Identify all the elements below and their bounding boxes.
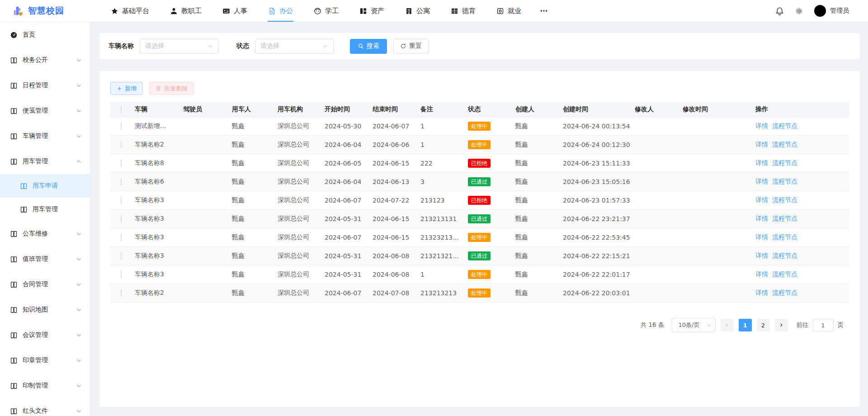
row-checkbox[interactable]: [121, 197, 122, 204]
action-link[interactable]: 流程节点: [772, 122, 797, 130]
topnav-item[interactable]: 办公: [258, 0, 303, 22]
next-page-button[interactable]: [775, 319, 788, 331]
sidebar-subitem[interactable]: 用车申请: [0, 174, 90, 198]
cell-user: 甄鑫: [232, 233, 278, 241]
action-link[interactable]: 详情: [755, 233, 768, 241]
topnav-item[interactable]: 学工: [303, 0, 349, 22]
action-link[interactable]: 流程节点: [772, 215, 797, 223]
row-checkbox[interactable]: [121, 123, 122, 130]
action-link[interactable]: 流程节点: [772, 196, 797, 204]
action-link[interactable]: 详情: [755, 141, 768, 149]
sidebar-item-label: 首页: [23, 31, 82, 39]
action-link[interactable]: 流程节点: [772, 178, 797, 186]
action-link[interactable]: 详情: [755, 289, 768, 297]
book-icon: [10, 82, 18, 90]
action-link[interactable]: 流程节点: [772, 233, 797, 241]
action-link[interactable]: 详情: [755, 159, 768, 167]
sidebar-item[interactable]: 校务公开: [0, 47, 90, 73]
status-badge: 已拒绝: [468, 159, 491, 168]
prev-page-button[interactable]: [721, 319, 734, 331]
column-header: 结束时间: [373, 105, 420, 113]
batch-delete-button[interactable]: 批量删除: [149, 82, 194, 95]
book-icon: [10, 281, 18, 288]
sidebar-item[interactable]: 便笺管理: [0, 98, 90, 123]
grid-icon: [451, 7, 458, 15]
topnav-item[interactable]: 人事: [212, 0, 258, 22]
cell-created_at: 2024-06-22 22:01:17: [563, 271, 635, 278]
sidebar-item[interactable]: 用车管理: [0, 149, 90, 174]
table-row: 车辆名称6甄鑫深圳总公司2024-06-042024-06-133已通过甄鑫20…: [110, 173, 849, 191]
action-link[interactable]: 详情: [755, 122, 768, 130]
cell-creator: 甄鑫: [515, 159, 563, 167]
sidebar-item[interactable]: 印章管理: [0, 348, 90, 373]
sidebar-item[interactable]: 会议管理: [0, 322, 90, 348]
cell-user: 甄鑫: [232, 215, 278, 223]
select-all-checkbox[interactable]: [121, 106, 122, 113]
column-header: 状态: [468, 105, 515, 113]
topnav-item[interactable]: 德育: [440, 0, 486, 22]
row-checkbox[interactable]: [121, 289, 122, 297]
add-button[interactable]: 新增: [110, 82, 143, 95]
row-checkbox-cell: [110, 141, 135, 148]
chevron-down-icon: [76, 383, 82, 389]
sidebar-item[interactable]: 车辆管理: [0, 123, 90, 149]
action-link[interactable]: 流程节点: [772, 159, 797, 167]
row-checkbox[interactable]: [121, 141, 122, 148]
sidebar-item[interactable]: 首页: [0, 22, 90, 47]
topnav-item[interactable]: 教职工: [160, 0, 212, 22]
topnav-item[interactable]: 公寓: [395, 0, 440, 22]
action-link[interactable]: 详情: [755, 215, 768, 223]
settings-gear-icon[interactable]: [795, 7, 803, 15]
sidebar-item[interactable]: 合同管理: [0, 272, 90, 297]
topnav-item-label: 学工: [325, 7, 339, 15]
column-header: 创建人: [515, 105, 563, 113]
book-icon: [10, 407, 18, 415]
row-checkbox[interactable]: [121, 215, 122, 222]
app-logo[interactable]: 智慧校园: [0, 5, 90, 17]
sidebar-item[interactable]: 值班管理: [0, 246, 90, 272]
page-jump-input[interactable]: [813, 319, 834, 331]
page-button[interactable]: 2: [757, 319, 770, 331]
sidebar-item[interactable]: 知识地图: [0, 297, 90, 322]
sidebar-item[interactable]: 印制管理: [0, 373, 90, 398]
sidebar-item[interactable]: 日程管理: [0, 73, 90, 98]
action-link[interactable]: 流程节点: [772, 289, 797, 297]
cell-org: 深圳总公司: [278, 233, 325, 241]
sidebar-subitem[interactable]: 用车管理: [0, 198, 90, 221]
page-size-select[interactable]: 10条/页: [672, 318, 716, 332]
topnav-item[interactable]: 资产: [349, 0, 395, 22]
row-checkbox[interactable]: [121, 160, 122, 167]
sidebar-item[interactable]: 红头文件: [0, 398, 90, 416]
topnav-more-button[interactable]: [532, 7, 556, 15]
search-button[interactable]: 搜索: [350, 39, 387, 54]
book-icon: [10, 230, 18, 238]
filter-label: 车辆名称: [108, 42, 134, 50]
notification-bell-icon[interactable]: [775, 7, 784, 15]
action-link[interactable]: 详情: [755, 178, 768, 186]
topnav-item[interactable]: 基础平台: [100, 0, 160, 22]
row-checkbox[interactable]: [121, 271, 122, 278]
row-checkbox[interactable]: [121, 234, 122, 241]
filter-select[interactable]: 请选择: [140, 39, 218, 54]
action-link[interactable]: 详情: [755, 252, 768, 260]
cell-start_date: 2024-05-30: [325, 123, 373, 130]
action-link[interactable]: 流程节点: [772, 270, 797, 279]
user-menu[interactable]: 管理员: [814, 5, 849, 17]
page-button[interactable]: 1: [739, 319, 752, 331]
action-link[interactable]: 详情: [755, 196, 768, 204]
topnav-item[interactable]: 就业: [486, 0, 532, 22]
cell-org: 深圳总公司: [278, 252, 325, 260]
reset-button[interactable]: 重置: [393, 39, 429, 54]
table-row: 车辆名称2甄鑫深圳总公司2024-06-072024-07-0821321321…: [110, 284, 849, 303]
chevron-down-icon: [76, 108, 82, 114]
action-link[interactable]: 详情: [755, 270, 768, 279]
cell-vehicle: 车辆名称2: [135, 141, 183, 149]
filter-select[interactable]: 请选择: [255, 39, 334, 54]
action-link[interactable]: 流程节点: [772, 141, 797, 149]
sidebar-item[interactable]: 公车维修: [0, 221, 90, 246]
row-checkbox[interactable]: [121, 252, 122, 260]
action-link[interactable]: 流程节点: [772, 252, 797, 260]
cell-org: 深圳总公司: [278, 270, 325, 279]
pagination: 共 16 条 10条/页 12 前往 页: [641, 318, 844, 332]
row-checkbox[interactable]: [121, 178, 122, 185]
